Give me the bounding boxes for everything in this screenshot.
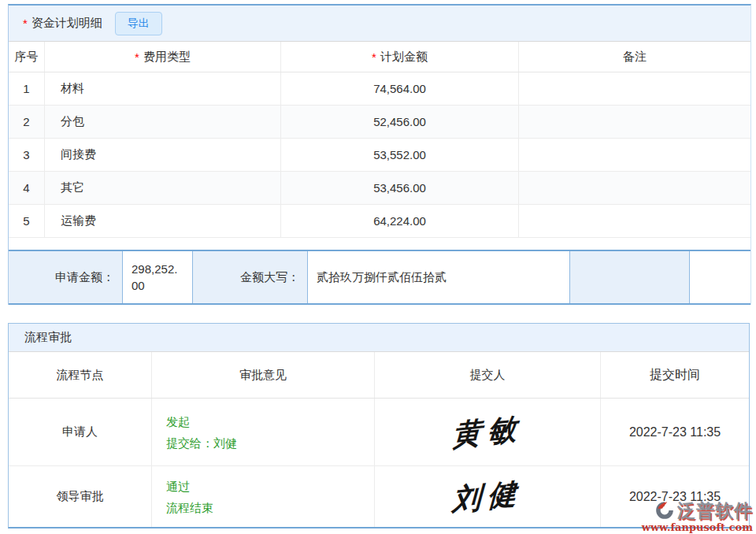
row-index: 3	[9, 139, 45, 171]
table-row: 5 运输费 64,224.00	[9, 205, 750, 238]
approval-opinion: 通过 流程结束	[152, 466, 375, 527]
row-expense-type: 间接费	[45, 139, 281, 171]
row-note	[519, 139, 750, 171]
row-expense-type: 分包	[45, 106, 281, 138]
table-row: 1 材料 74,564.00	[9, 72, 750, 106]
opinion-line: 提交给：刘健	[166, 432, 237, 454]
header-note: 备注	[519, 42, 750, 72]
approval-opinion: 发起 提交给：刘健	[152, 399, 375, 465]
submit-time: 2022-7-23 11:35	[601, 466, 749, 527]
summary-tail-cell	[690, 251, 750, 303]
row-index: 4	[9, 172, 45, 204]
row-planned-amount: 74,564.00	[281, 72, 519, 105]
fund-plan-panel: * 资金计划明细 导出 序号 * 费用类型 * 计划金额 备注 1 材料 74,…	[8, 4, 751, 305]
row-planned-amount: 53,552.00	[281, 139, 519, 171]
submitter-signature-cell: 黄敏	[375, 399, 601, 465]
export-button[interactable]: 导出	[115, 12, 162, 35]
row-note	[519, 106, 750, 138]
apply-amount-label: 申请金额：	[9, 251, 122, 303]
required-asterisk: *	[23, 17, 28, 30]
row-index: 1	[9, 72, 45, 105]
summary-bar: 申请金额： 298,252.00 金额大写： 贰拾玖万捌仟贰佰伍拾贰	[9, 250, 750, 305]
summary-spacer-cell	[570, 251, 690, 303]
header-approval-opinion: 审批意见	[152, 352, 375, 398]
opinion-line: 通过	[166, 476, 190, 497]
submitter-signature-cell: 刘健	[375, 466, 601, 527]
amount-in-words-label: 金额大写：	[193, 251, 307, 303]
opinion-line: 流程结束	[166, 497, 213, 518]
header-expense-type: * 费用类型	[45, 42, 281, 72]
row-note	[519, 172, 750, 204]
header-planned-amount: * 计划金额	[281, 42, 519, 72]
workflow-approval-panel: 流程审批 流程节点 审批意见 提交人 提交时间 申请人 发起 提交给：刘健 黄敏…	[8, 323, 750, 528]
approval-row: 申请人 发起 提交给：刘健 黄敏 2022-7-23 11:35	[9, 399, 749, 466]
header-expense-type-label: 费用类型	[143, 50, 191, 65]
row-planned-amount: 52,456.00	[281, 106, 519, 138]
row-planned-amount: 53,456.00	[281, 172, 519, 204]
apply-amount-value: 298,252.00	[122, 251, 193, 303]
row-expense-type: 材料	[45, 72, 281, 105]
table-row: 4 其它 53,456.00	[9, 172, 750, 205]
amount-in-words-value: 贰拾玖万捌仟贰佰伍拾贰	[307, 251, 570, 303]
page: * 资金计划明细 导出 序号 * 费用类型 * 计划金额 备注 1 材料 74,…	[0, 0, 756, 534]
signature-handwriting: 黄敏	[451, 409, 523, 456]
approval-header-row: 流程节点 审批意见 提交人 提交时间	[9, 352, 749, 399]
process-node: 申请人	[9, 399, 152, 465]
row-note	[519, 205, 750, 237]
row-index: 5	[9, 205, 45, 237]
signature-handwriting: 刘健	[451, 473, 523, 521]
fund-plan-title: 资金计划明细	[32, 16, 102, 31]
header-index: 序号	[9, 42, 45, 72]
table-summary-gap	[9, 238, 750, 250]
table-row: 3 间接费 53,552.00	[9, 139, 750, 172]
table-row: 2 分包 52,456.00	[9, 106, 750, 139]
header-planned-amount-label: 计划金额	[380, 50, 428, 65]
header-process-node: 流程节点	[9, 352, 152, 398]
approval-row: 领导审批 通过 流程结束 刘健 2022-7-23 11:35	[9, 466, 749, 527]
row-expense-type: 其它	[45, 172, 281, 204]
fund-table-header-row: 序号 * 费用类型 * 计划金额 备注	[9, 42, 750, 72]
header-submitter: 提交人	[375, 352, 601, 398]
submit-time: 2022-7-23 11:35	[601, 399, 749, 465]
workflow-approval-title: 流程审批	[9, 324, 749, 352]
required-asterisk: *	[135, 50, 139, 64]
row-planned-amount: 64,224.00	[281, 205, 519, 237]
opinion-line: 发起	[166, 411, 190, 432]
row-index: 2	[9, 106, 45, 138]
required-asterisk: *	[372, 50, 376, 64]
fund-plan-titlebar: * 资金计划明细 导出	[9, 6, 750, 42]
header-submit-time: 提交时间	[601, 352, 749, 398]
row-expense-type: 运输费	[45, 205, 281, 237]
process-node: 领导审批	[9, 466, 152, 527]
row-note	[519, 72, 750, 105]
